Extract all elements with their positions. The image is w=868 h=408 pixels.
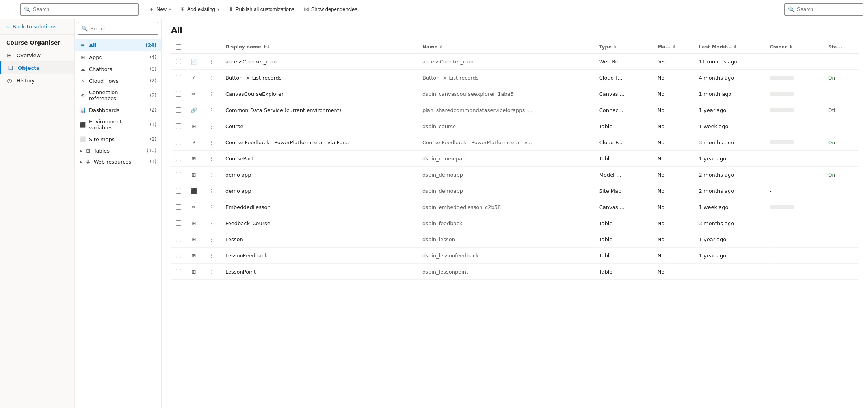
topbar-search-box[interactable]: 🔍 [20, 3, 139, 16]
middle-item-site-maps[interactable]: ⬜ Site maps (2) [75, 133, 161, 145]
row-select-cell[interactable] [171, 134, 186, 151]
show-dependencies-button[interactable]: ⋈ Show dependencies [300, 3, 361, 16]
row-checkbox[interactable] [176, 269, 181, 274]
topbar-search-input[interactable] [33, 6, 135, 12]
row-checkbox[interactable] [176, 220, 181, 226]
middle-group-web-resources[interactable]: ▶ ◈ Web resources (1) [75, 156, 161, 167]
middle-item-connection-refs[interactable]: ⚙ Connection references (2) [75, 87, 161, 104]
add-existing-button[interactable]: ⊞ Add existing ▾ [177, 3, 223, 16]
row-more-cell[interactable]: ⋮ [202, 70, 221, 86]
sidebar-item-objects[interactable]: ❏ Objects [0, 61, 74, 74]
header-checkbox[interactable] [176, 44, 181, 50]
row-more-cell[interactable]: ⋮ [202, 215, 221, 231]
display-name-col-header[interactable]: Display name ↑↓ [221, 41, 418, 53]
row-checkbox[interactable] [176, 204, 181, 210]
row-select-cell[interactable] [171, 248, 186, 264]
right-search-input[interactable] [797, 6, 860, 12]
row-more-cell[interactable]: ⋮ [202, 167, 221, 183]
row-more-button[interactable]: ⋮ [206, 267, 216, 276]
back-arrow-icon: ← [6, 24, 10, 30]
row-select-cell[interactable] [171, 86, 186, 102]
row-more-cell[interactable]: ⋮ [202, 248, 221, 264]
row-more-cell[interactable]: ⋮ [202, 199, 221, 215]
middle-group-tables[interactable]: ▶ ⊞ Tables (10) [75, 145, 161, 156]
row-checkbox[interactable] [176, 253, 181, 258]
row-more-cell[interactable]: ⋮ [202, 86, 221, 102]
row-more-cell[interactable]: ⋮ [202, 53, 221, 70]
row-select-cell[interactable] [171, 183, 186, 199]
row-more-button[interactable]: ⋮ [206, 154, 216, 163]
row-more-button[interactable]: ⋮ [206, 218, 216, 228]
row-more-button[interactable]: ⋮ [206, 251, 216, 260]
row-more-button[interactable]: ⋮ [206, 73, 216, 82]
middle-item-cloud-flows[interactable]: ⚡ Cloud flows (2) [75, 75, 161, 87]
status-cell: On [823, 134, 859, 151]
row-checkbox[interactable] [176, 237, 181, 242]
row-checkbox[interactable] [176, 123, 181, 129]
row-select-cell[interactable] [171, 151, 186, 167]
managed-col-header[interactable]: Ma... ↕ [653, 41, 694, 53]
middle-item-chatbots[interactable]: ☁ Chatbots (0) [75, 63, 161, 75]
last-modified-col-header[interactable]: Last Modif... ↕ [694, 41, 765, 53]
row-more-cell[interactable]: ⋮ [202, 102, 221, 118]
new-button[interactable]: ＋ New ▾ [145, 3, 175, 16]
row-more-cell[interactable]: ⋮ [202, 134, 221, 151]
middle-item-all[interactable]: ≡ All (24) [75, 39, 161, 51]
middle-item-dashboards[interactable]: 📊 Dashboards (2) [75, 104, 161, 116]
row-more-button[interactable]: ⋮ [206, 89, 216, 99]
select-all-header[interactable] [171, 41, 186, 53]
row-checkbox[interactable] [176, 172, 181, 177]
row-checkbox[interactable] [176, 107, 181, 113]
type-col-header[interactable]: Type ↕ [595, 41, 653, 53]
type-cell: Canvas ... [595, 199, 653, 215]
row-more-cell[interactable]: ⋮ [202, 151, 221, 167]
row-select-cell[interactable] [171, 264, 186, 280]
publish-button[interactable]: ⬆ Publish all customizations [225, 3, 298, 16]
row-select-cell[interactable] [171, 53, 186, 70]
name-col-header[interactable]: Name ↕ [418, 41, 595, 53]
right-search-box[interactable]: 🔍 [784, 3, 863, 16]
hamburger-menu-button[interactable]: ☰ [5, 3, 17, 16]
name-cell: dspin_lessonpoint [418, 264, 595, 280]
row-select-cell[interactable] [171, 102, 186, 118]
row-more-cell[interactable]: ⋮ [202, 231, 221, 248]
row-more-button[interactable]: ⋮ [206, 57, 216, 66]
sidebar-item-history[interactable]: ◷ History [0, 74, 74, 87]
row-checkbox[interactable] [176, 59, 181, 64]
row-select-cell[interactable] [171, 199, 186, 215]
row-select-cell[interactable] [171, 167, 186, 183]
owner-col-header[interactable]: Owner ↕ [765, 41, 823, 53]
middle-search-input[interactable] [90, 26, 154, 32]
row-more-button[interactable]: ⋮ [206, 186, 216, 196]
row-more-button[interactable]: ⋮ [206, 105, 216, 115]
row-more-button[interactable]: ⋮ [206, 121, 216, 131]
row-checkbox[interactable] [176, 75, 181, 80]
middle-search-box[interactable]: 🔍 [78, 22, 158, 35]
back-to-solutions-button[interactable]: ← Back to solutions [0, 19, 74, 35]
managed-cell: No [653, 167, 694, 183]
display-name-cell: CoursePart [221, 151, 418, 167]
apps-icon: ⊞ [80, 54, 86, 60]
row-checkbox[interactable] [176, 140, 181, 145]
last-modified-cell: 3 months ago [694, 215, 765, 231]
sidebar-item-overview[interactable]: ⊞ Overview [0, 49, 74, 61]
row-more-cell[interactable]: ⋮ [202, 264, 221, 280]
row-more-button[interactable]: ⋮ [206, 138, 216, 147]
row-select-cell[interactable] [171, 118, 186, 134]
row-select-cell[interactable] [171, 231, 186, 248]
row-more-cell[interactable]: ⋮ [202, 183, 221, 199]
row-checkbox[interactable] [176, 188, 181, 194]
row-more-button[interactable]: ⋮ [206, 235, 216, 244]
row-more-button[interactable]: ⋮ [206, 202, 216, 212]
row-more-cell[interactable]: ⋮ [202, 118, 221, 134]
middle-item-label: Environment variables [89, 119, 147, 130]
row-type-icon: ⊞ [191, 220, 197, 226]
row-checkbox[interactable] [176, 91, 181, 97]
middle-item-apps[interactable]: ⊞ Apps (4) [75, 51, 161, 63]
middle-item-env-vars[interactable]: ⬛ Environment variables (1) [75, 116, 161, 133]
row-checkbox[interactable] [176, 156, 181, 161]
row-select-cell[interactable] [171, 70, 186, 86]
more-options-button[interactable]: ··· [363, 3, 375, 16]
row-select-cell[interactable] [171, 215, 186, 231]
row-more-button[interactable]: ⋮ [206, 170, 216, 179]
